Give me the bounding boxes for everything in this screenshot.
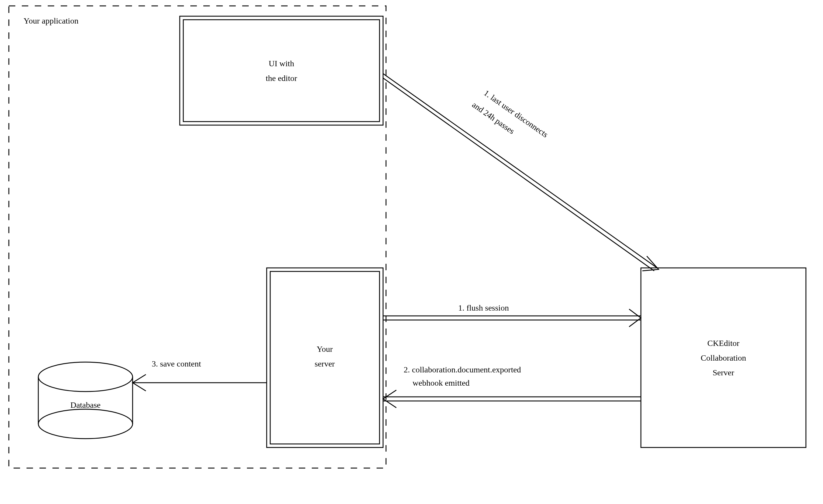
architecture-diagram: Your application UI with the editor Your… — [0, 0, 823, 504]
save-label: 3. save content — [152, 359, 201, 368]
flush-label: 1. flush session — [458, 303, 509, 312]
svg-line-7 — [383, 74, 657, 268]
ckeditor-label-line2: Collaboration — [701, 353, 746, 362]
svg-point-6 — [38, 362, 133, 392]
ckeditor-label-line1: CKEditor — [707, 338, 740, 348]
webhook-arrow: 2. collaboration.document.exported webho… — [383, 365, 641, 408]
flush-arrow: 1. flush session — [383, 303, 641, 327]
server-node: Your server — [267, 268, 383, 448]
database-label: Database — [70, 401, 101, 410]
webhook-label-line2: webhook emitted — [413, 378, 470, 388]
ckeditor-label-line3: Server — [712, 368, 734, 377]
svg-rect-1 — [183, 20, 379, 121]
ui-node: UI with the editor — [180, 16, 383, 125]
disconnect-arrow: 1. last user disconnects and 24h passes — [383, 74, 659, 271]
ui-label-line2: the editor — [266, 74, 297, 83]
webhook-label-line1: 2. collaboration.document.exported — [404, 365, 521, 374]
server-label-line2: server — [315, 359, 335, 368]
svg-rect-3 — [270, 271, 379, 444]
svg-point-5 — [38, 409, 133, 439]
server-label-line1: Your — [317, 344, 333, 353]
ckeditor-node: CKEditor Collaboration Server — [641, 268, 806, 448]
svg-line-8 — [383, 78, 654, 271]
save-arrow: 3. save content — [133, 359, 267, 391]
ui-label-line1: UI with — [269, 59, 294, 68]
database-node: Database — [38, 362, 133, 439]
application-title: Your application — [24, 16, 78, 25]
